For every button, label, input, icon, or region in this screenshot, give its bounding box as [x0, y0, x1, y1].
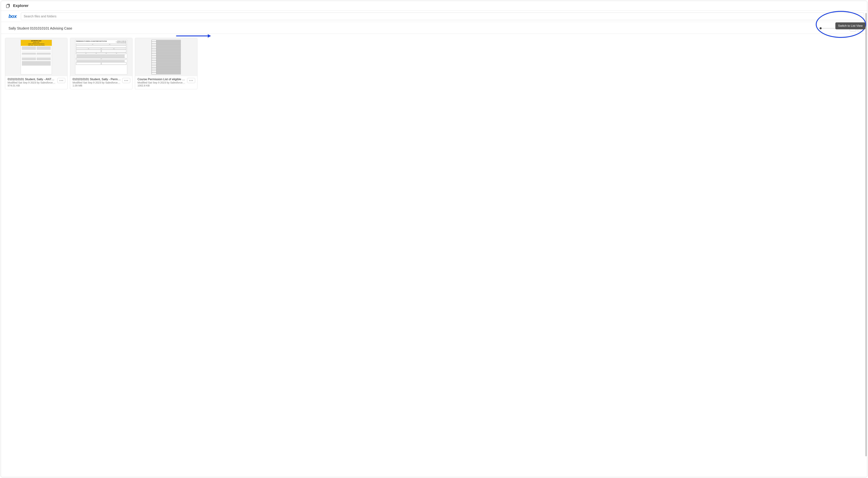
dots-icon [126, 80, 127, 81]
preview-heading: PERMISSION TO ENROLL IN ANOTHER INSTITUT… [76, 41, 107, 43]
svg-rect-1 [6, 5, 9, 8]
toolbar-row: Sally Student 0101010101 Advising Case +… [1, 22, 867, 34]
slider-thumb[interactable] [819, 27, 822, 29]
file-thumbnail: ANTHROPOLOGY Bachelor of Arts College of… [5, 38, 67, 76]
file-more-button[interactable] [122, 78, 130, 83]
explorer-copy-icon [6, 3, 10, 8]
file-thumbnail: PERMISSION TO ENROLL IN ANOTHER INSTITUT… [70, 38, 132, 76]
file-name: 0101010101 Student, Sally - Permi… [72, 77, 121, 81]
file-size: 1002.8 KB [137, 84, 186, 87]
search-input[interactable] [21, 12, 864, 20]
box-logo: box [8, 13, 17, 19]
dots-icon [60, 80, 60, 81]
content-area: ANTHROPOLOGY Bachelor of Arts College of… [1, 34, 867, 477]
dots-icon [62, 80, 63, 81]
file-more-button[interactable] [57, 78, 65, 83]
file-card[interactable]: PERMISSION TO ENROLL IN ANOTHER INSTITUT… [70, 38, 132, 89]
preview-subheading: Feller Center · Advising & Career Planni… [21, 44, 52, 46]
preview-subheading: Bachelor of Arts [21, 42, 52, 43]
doc-preview-anthro: ANTHROPOLOGY Bachelor of Arts College of… [21, 40, 52, 74]
card-meta: 0101010101 Student, Sally - Permi… Modif… [70, 76, 132, 89]
breadcrumb[interactable]: Sally Student 0101010101 Advising Case [8, 26, 820, 30]
preview-org: OFFICE OF THE REGISTRAR [116, 42, 126, 43]
dots-icon [124, 80, 125, 81]
search-wrap [21, 12, 864, 20]
file-size: 1.09 MB [72, 84, 121, 87]
file-modified: Modified Sat Sep 9 2023 by Salesforce T… [8, 81, 56, 84]
file-modified: Modified Sat Sep 9 2023 by Salesforce T… [137, 81, 186, 84]
doc-preview-permission: PERMISSION TO ENROLL IN ANOTHER INSTITUT… [75, 40, 127, 74]
file-thumbnail [135, 38, 197, 76]
app-title: Explorer [13, 3, 28, 8]
search-header: box [1, 10, 867, 22]
dots-icon [192, 80, 193, 81]
view-toggle-tooltip: Switch to List View [835, 22, 865, 29]
dots-icon [61, 80, 62, 81]
card-meta: 0101010101 Student, Sally - ANTH… Modifi… [5, 76, 67, 89]
scrollbar[interactable] [865, 13, 867, 456]
dots-icon [191, 80, 191, 81]
preview-subheading: College of Behavioral and Social Science… [21, 43, 52, 44]
card-meta: Course Permission List of eligible st… M… [135, 76, 197, 89]
explorer-window: Explorer box Sally Student 0101010101 Ad… [1, 1, 867, 477]
preview-heading: ANTHROPOLOGY [21, 40, 52, 42]
file-card[interactable]: Course Permission List of eligible st… M… [135, 38, 197, 89]
file-card[interactable]: ANTHROPOLOGY Bachelor of Arts College of… [5, 38, 67, 89]
file-more-button[interactable] [187, 78, 195, 83]
file-name: 0101010101 Student, Sally - ANTH… [8, 77, 56, 81]
doc-preview-grid [151, 40, 181, 74]
app-title-bar: Explorer [1, 1, 867, 10]
file-modified: Modified Sat Sep 9 2023 by Salesforce T… [72, 81, 121, 84]
file-size: 974.01 KB [8, 84, 56, 87]
dots-icon [127, 80, 128, 81]
file-name: Course Permission List of eligible st… [137, 77, 186, 81]
dots-icon [189, 80, 190, 81]
file-grid: ANTHROPOLOGY Bachelor of Arts College of… [5, 38, 864, 89]
